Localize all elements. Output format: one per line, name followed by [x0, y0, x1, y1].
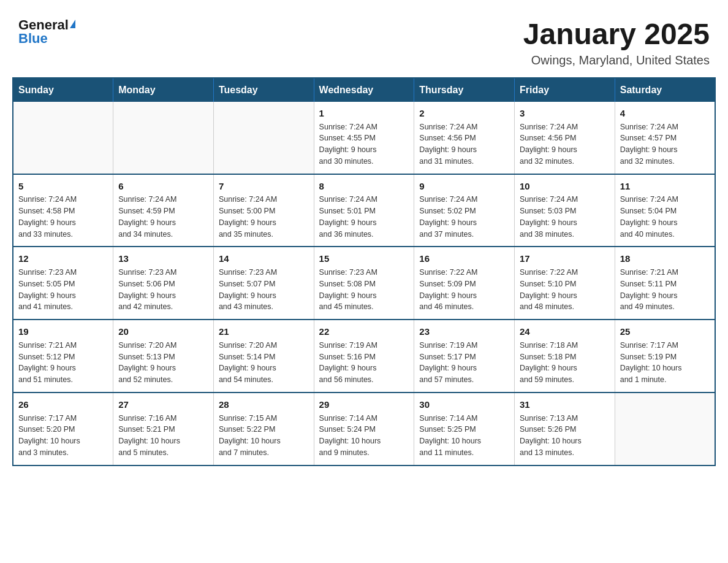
calendar-cell: 8Sunrise: 7:24 AM Sunset: 5:01 PM Daylig… — [314, 174, 414, 247]
calendar-cell — [113, 102, 214, 174]
day-number: 14 — [219, 252, 309, 266]
day-number: 5 — [18, 180, 108, 193]
weekday-header-row: SundayMondayTuesdayWednesdayThursdayFrid… — [13, 78, 715, 102]
calendar-week-row: 12Sunrise: 7:23 AM Sunset: 5:05 PM Dayli… — [13, 247, 715, 320]
day-number: 23 — [419, 325, 509, 339]
day-info: Sunrise: 7:20 AM Sunset: 5:13 PM Dayligh… — [118, 340, 208, 386]
weekday-header-thursday: Thursday — [414, 78, 515, 102]
weekday-header-friday: Friday — [515, 78, 615, 102]
day-info: Sunrise: 7:20 AM Sunset: 5:14 PM Dayligh… — [219, 340, 309, 386]
calendar-cell: 28Sunrise: 7:15 AM Sunset: 5:22 PM Dayli… — [213, 393, 314, 465]
day-info: Sunrise: 7:19 AM Sunset: 5:16 PM Dayligh… — [319, 340, 409, 386]
day-info: Sunrise: 7:13 AM Sunset: 5:26 PM Dayligh… — [520, 413, 610, 459]
page-header: General Blue January 2025 Owings, Maryla… — [12, 12, 716, 67]
calendar-table: SundayMondayTuesdayWednesdayThursdayFrid… — [12, 77, 716, 466]
day-number: 26 — [18, 398, 108, 412]
day-info: Sunrise: 7:24 AM Sunset: 5:03 PM Dayligh… — [520, 194, 610, 240]
calendar-cell: 2Sunrise: 7:24 AM Sunset: 4:56 PM Daylig… — [414, 102, 515, 174]
title-block: January 2025 Owings, Maryland, United St… — [523, 18, 710, 67]
day-info: Sunrise: 7:14 AM Sunset: 5:25 PM Dayligh… — [419, 413, 509, 459]
day-info: Sunrise: 7:24 AM Sunset: 4:59 PM Dayligh… — [118, 194, 208, 240]
day-info: Sunrise: 7:14 AM Sunset: 5:24 PM Dayligh… — [319, 413, 409, 459]
day-number: 22 — [319, 325, 409, 339]
weekday-header-monday: Monday — [113, 78, 214, 102]
calendar-cell: 14Sunrise: 7:23 AM Sunset: 5:07 PM Dayli… — [213, 247, 314, 320]
day-number: 15 — [319, 252, 409, 266]
day-number: 25 — [620, 325, 710, 339]
calendar-cell: 1Sunrise: 7:24 AM Sunset: 4:55 PM Daylig… — [314, 102, 414, 174]
day-number: 9 — [419, 180, 509, 193]
calendar-cell: 27Sunrise: 7:16 AM Sunset: 5:21 PM Dayli… — [113, 393, 214, 465]
day-info: Sunrise: 7:24 AM Sunset: 4:55 PM Dayligh… — [319, 121, 409, 167]
day-info: Sunrise: 7:17 AM Sunset: 5:19 PM Dayligh… — [620, 340, 710, 386]
calendar-week-row: 1Sunrise: 7:24 AM Sunset: 4:55 PM Daylig… — [13, 102, 715, 174]
calendar-cell — [213, 102, 314, 174]
day-info: Sunrise: 7:22 AM Sunset: 5:10 PM Dayligh… — [520, 267, 610, 313]
calendar-cell: 13Sunrise: 7:23 AM Sunset: 5:06 PM Dayli… — [113, 247, 214, 320]
day-info: Sunrise: 7:24 AM Sunset: 5:04 PM Dayligh… — [620, 194, 710, 240]
calendar-cell: 22Sunrise: 7:19 AM Sunset: 5:16 PM Dayli… — [314, 320, 414, 393]
calendar-cell: 24Sunrise: 7:18 AM Sunset: 5:18 PM Dayli… — [515, 320, 615, 393]
day-number: 20 — [118, 325, 208, 339]
day-info: Sunrise: 7:15 AM Sunset: 5:22 PM Dayligh… — [219, 413, 309, 459]
calendar-cell: 18Sunrise: 7:21 AM Sunset: 5:11 PM Dayli… — [615, 247, 715, 320]
calendar-week-row: 5Sunrise: 7:24 AM Sunset: 4:58 PM Daylig… — [13, 174, 715, 247]
day-number: 7 — [219, 180, 309, 193]
day-info: Sunrise: 7:24 AM Sunset: 4:57 PM Dayligh… — [620, 121, 710, 167]
day-info: Sunrise: 7:21 AM Sunset: 5:12 PM Dayligh… — [18, 340, 108, 386]
day-info: Sunrise: 7:24 AM Sunset: 5:00 PM Dayligh… — [219, 194, 309, 240]
calendar-cell: 3Sunrise: 7:24 AM Sunset: 4:56 PM Daylig… — [515, 102, 615, 174]
calendar-cell: 16Sunrise: 7:22 AM Sunset: 5:09 PM Dayli… — [414, 247, 515, 320]
calendar-cell: 20Sunrise: 7:20 AM Sunset: 5:13 PM Dayli… — [113, 320, 214, 393]
day-number: 11 — [620, 180, 710, 193]
calendar-cell: 31Sunrise: 7:13 AM Sunset: 5:26 PM Dayli… — [515, 393, 615, 465]
day-number: 28 — [219, 398, 309, 412]
day-info: Sunrise: 7:24 AM Sunset: 5:01 PM Dayligh… — [319, 194, 409, 240]
calendar-cell: 29Sunrise: 7:14 AM Sunset: 5:24 PM Dayli… — [314, 393, 414, 465]
calendar-cell: 19Sunrise: 7:21 AM Sunset: 5:12 PM Dayli… — [13, 320, 113, 393]
calendar-cell: 30Sunrise: 7:14 AM Sunset: 5:25 PM Dayli… — [414, 393, 515, 465]
day-number: 30 — [419, 398, 509, 412]
calendar-cell: 21Sunrise: 7:20 AM Sunset: 5:14 PM Dayli… — [213, 320, 314, 393]
day-number: 8 — [319, 180, 409, 193]
day-number: 18 — [620, 252, 710, 266]
calendar-cell: 25Sunrise: 7:17 AM Sunset: 5:19 PM Dayli… — [615, 320, 715, 393]
day-info: Sunrise: 7:18 AM Sunset: 5:18 PM Dayligh… — [520, 340, 610, 386]
day-number: 21 — [219, 325, 309, 339]
day-info: Sunrise: 7:23 AM Sunset: 5:08 PM Dayligh… — [319, 267, 409, 313]
logo-general-text: General — [18, 18, 69, 32]
day-info: Sunrise: 7:19 AM Sunset: 5:17 PM Dayligh… — [419, 340, 509, 386]
calendar-cell: 5Sunrise: 7:24 AM Sunset: 4:58 PM Daylig… — [13, 174, 113, 247]
day-info: Sunrise: 7:22 AM Sunset: 5:09 PM Dayligh… — [419, 267, 509, 313]
calendar-cell — [13, 102, 113, 174]
day-info: Sunrise: 7:16 AM Sunset: 5:21 PM Dayligh… — [118, 413, 208, 459]
calendar-cell: 17Sunrise: 7:22 AM Sunset: 5:10 PM Dayli… — [515, 247, 615, 320]
day-number: 17 — [520, 252, 610, 266]
day-info: Sunrise: 7:24 AM Sunset: 4:56 PM Dayligh… — [419, 121, 509, 167]
day-info: Sunrise: 7:17 AM Sunset: 5:20 PM Dayligh… — [18, 413, 108, 459]
day-number: 6 — [118, 180, 208, 193]
day-number: 16 — [419, 252, 509, 266]
calendar-cell: 9Sunrise: 7:24 AM Sunset: 5:02 PM Daylig… — [414, 174, 515, 247]
calendar-cell — [615, 393, 715, 465]
calendar-title: January 2025 — [523, 18, 710, 51]
day-number: 19 — [18, 325, 108, 339]
calendar-subtitle: Owings, Maryland, United States — [523, 53, 710, 67]
day-number: 1 — [319, 107, 409, 120]
day-number: 24 — [520, 325, 610, 339]
day-number: 12 — [18, 252, 108, 266]
logo-blue-text: Blue — [18, 31, 48, 46]
calendar-cell: 10Sunrise: 7:24 AM Sunset: 5:03 PM Dayli… — [515, 174, 615, 247]
calendar-week-row: 19Sunrise: 7:21 AM Sunset: 5:12 PM Dayli… — [13, 320, 715, 393]
day-info: Sunrise: 7:23 AM Sunset: 5:06 PM Dayligh… — [118, 267, 208, 313]
calendar-cell: 26Sunrise: 7:17 AM Sunset: 5:20 PM Dayli… — [13, 393, 113, 465]
weekday-header-saturday: Saturday — [615, 78, 715, 102]
day-number: 4 — [620, 107, 710, 120]
calendar-cell: 4Sunrise: 7:24 AM Sunset: 4:57 PM Daylig… — [615, 102, 715, 174]
calendar-cell: 12Sunrise: 7:23 AM Sunset: 5:05 PM Dayli… — [13, 247, 113, 320]
weekday-header-tuesday: Tuesday — [213, 78, 314, 102]
day-number: 2 — [419, 107, 509, 120]
day-info: Sunrise: 7:23 AM Sunset: 5:07 PM Dayligh… — [219, 267, 309, 313]
day-number: 29 — [319, 398, 409, 412]
calendar-cell: 23Sunrise: 7:19 AM Sunset: 5:17 PM Dayli… — [414, 320, 515, 393]
